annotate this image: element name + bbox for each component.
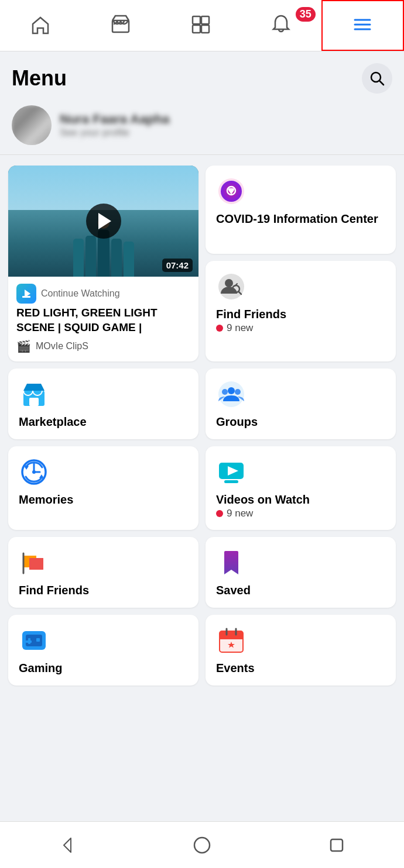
videos-on-watch-icon	[216, 457, 246, 487]
pages-nav-icon	[190, 13, 212, 38]
svg-rect-35	[224, 480, 238, 483]
videos-red-dot	[216, 510, 223, 517]
svg-rect-55	[331, 839, 343, 851]
find-friends-card[interactable]: Find Friends 9 new	[206, 261, 396, 362]
bell-icon	[270, 13, 292, 38]
profile-name: Nura Faara Aapha	[60, 112, 169, 127]
grid-container: 07:42 Continue Watching RED LIGHT, GREEN…	[0, 161, 404, 690]
nav-marketplace[interactable]	[80, 0, 160, 51]
svg-rect-4	[201, 25, 209, 33]
video-source-row: Continue Watching	[16, 284, 190, 304]
nav-pages[interactable]	[160, 0, 241, 51]
memories-card[interactable]: Memories	[8, 446, 198, 530]
events-label: Events	[216, 662, 385, 675]
gaming-card[interactable]: Gaming	[8, 615, 198, 686]
system-back-button[interactable]	[52, 830, 83, 860]
channel-name: MOvIe ClipS	[36, 341, 88, 352]
pages-label: Find Friends	[19, 584, 188, 597]
covid-card[interactable]: ♥ COVID-19 Information Center	[206, 166, 396, 254]
svg-marker-39	[29, 558, 43, 570]
svg-point-17	[225, 279, 233, 287]
home-icon	[29, 13, 52, 38]
menu-title: Menu	[12, 66, 67, 91]
video-thumbnail: 07:42	[8, 166, 198, 277]
svg-point-16	[218, 274, 244, 299]
menu-header: Menu	[0, 51, 404, 99]
system-recents-button[interactable]	[321, 830, 352, 860]
svg-rect-11	[22, 296, 30, 298]
svg-rect-43	[36, 638, 40, 642]
avatar	[12, 105, 52, 145]
covid-icon: ♥	[216, 176, 246, 206]
nav-menu[interactable]	[321, 0, 404, 51]
nav-notifications[interactable]: 35	[241, 0, 321, 51]
events-card[interactable]: Events	[206, 615, 396, 686]
play-triangle	[98, 213, 111, 229]
red-dot	[216, 325, 223, 332]
find-friends-label: Find Friends	[216, 308, 385, 321]
gaming-icon	[19, 625, 49, 656]
svg-marker-53	[64, 838, 71, 852]
memories-icon	[19, 457, 49, 487]
main-content: Menu Nura Faara Aapha See your profile	[0, 51, 404, 821]
channel-row: 🎬 MOvIe ClipS	[16, 339, 190, 353]
videos-on-watch-sub: 9 new	[216, 508, 385, 519]
svg-rect-45	[26, 640, 32, 643]
svg-rect-3	[193, 25, 200, 33]
groups-card[interactable]: Groups	[206, 368, 396, 439]
notification-count: 35	[296, 7, 316, 22]
nav-home[interactable]	[0, 0, 80, 51]
clapper-icon: 🎬	[16, 339, 31, 353]
system-home-button[interactable]	[187, 830, 217, 860]
gaming-label: Gaming	[19, 662, 188, 675]
bottom-system-nav	[0, 821, 404, 868]
groups-icon	[216, 379, 246, 409]
profile-sub: See your profile	[60, 127, 169, 139]
video-title: RED LIGHT, GREEN LIGHT SCENE | SQUID GAM…	[16, 306, 190, 335]
divider	[0, 154, 404, 155]
events-icon	[216, 625, 246, 656]
play-button[interactable]	[86, 204, 121, 239]
videos-on-watch-label: Videos on Watch	[216, 493, 385, 507]
marketplace-label: Marketplace	[19, 415, 188, 429]
profile-section[interactable]: Nura Faara Aapha See your profile	[0, 99, 404, 154]
hamburger-icon	[351, 13, 374, 38]
video-info: Continue Watching RED LIGHT, GREEN LIGHT…	[8, 277, 198, 361]
svg-rect-49	[220, 637, 243, 639]
covid-label: COVID-19 Information Center	[216, 212, 385, 226]
marketplace-icon	[19, 379, 49, 409]
svg-point-54	[194, 838, 210, 853]
pages-card[interactable]: Find Friends	[8, 537, 198, 608]
shop-icon	[109, 13, 132, 38]
watch-icon	[16, 284, 36, 304]
videos-on-watch-card[interactable]: Videos on Watch 9 new	[206, 446, 396, 530]
top-nav-bar: 35	[0, 0, 404, 51]
video-duration: 07:42	[162, 259, 193, 272]
continue-watching-label: Continue Watching	[41, 288, 120, 299]
pages-icon	[19, 547, 49, 578]
memories-label: Memories	[19, 493, 188, 507]
svg-rect-1	[193, 16, 200, 24]
saved-icon	[216, 547, 246, 578]
search-button[interactable]	[362, 63, 392, 94]
find-friends-icon	[216, 271, 246, 302]
svg-line-9	[379, 81, 384, 85]
saved-label: Saved	[216, 584, 385, 597]
find-friends-sub: 9 new	[216, 322, 385, 334]
profile-info: Nura Faara Aapha See your profile	[60, 112, 169, 139]
svg-point-24	[228, 387, 235, 394]
svg-rect-2	[201, 16, 209, 24]
groups-label: Groups	[216, 415, 385, 429]
marketplace-card[interactable]: Marketplace	[8, 368, 198, 439]
saved-card[interactable]: Saved	[206, 537, 396, 608]
video-card[interactable]: 07:42 Continue Watching RED LIGHT, GREEN…	[8, 166, 198, 361]
svg-rect-22	[29, 398, 39, 406]
svg-point-25	[222, 389, 228, 395]
svg-point-26	[235, 389, 241, 395]
